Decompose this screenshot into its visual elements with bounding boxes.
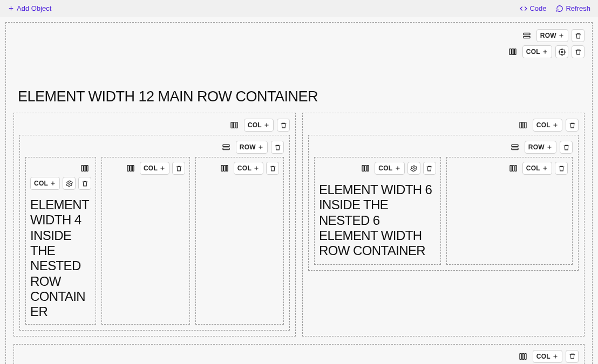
add-object-label: Add Object [17, 4, 51, 12]
svg-rect-4 [514, 49, 516, 55]
col-chip-label: COL [526, 48, 540, 56]
delete-col-button[interactable] [555, 162, 568, 175]
svg-rect-18 [221, 166, 223, 171]
delete-col-button[interactable] [277, 119, 290, 132]
svg-rect-10 [223, 148, 229, 149]
svg-rect-16 [130, 166, 132, 171]
delete-col-button[interactable] [78, 177, 91, 190]
plus-icon [263, 122, 270, 128]
svg-rect-31 [512, 166, 514, 171]
svg-rect-27 [365, 166, 366, 171]
svg-point-29 [413, 167, 414, 169]
svg-rect-0 [524, 33, 530, 35]
delete-col-button[interactable] [266, 162, 279, 175]
trash-icon [575, 32, 582, 39]
svg-rect-25 [512, 148, 518, 149]
delete-col-button[interactable] [423, 162, 436, 175]
code-label: Code [529, 4, 546, 12]
delete-col-button[interactable] [566, 350, 579, 363]
col-chip-label: COL [536, 353, 551, 360]
refresh-icon [556, 5, 563, 12]
svg-rect-33 [520, 353, 521, 359]
col-settings-button[interactable] [407, 162, 420, 175]
col-chip-label: COL [34, 180, 48, 187]
nested-col-4-text: ELEMENT WIDTH 4 INSIDE THE NESTED ROW CO… [30, 197, 91, 320]
add-col-button[interactable]: COL [533, 119, 562, 132]
refresh-label: Refresh [566, 4, 590, 12]
below-col-block: COL [13, 344, 585, 365]
add-row-button[interactable]: ROW [536, 29, 568, 42]
refresh-button[interactable]: Refresh [556, 4, 590, 12]
svg-rect-3 [512, 49, 513, 55]
columns-icon [517, 119, 529, 132]
trash-icon [563, 144, 570, 151]
add-object-button[interactable]: Add Object [8, 4, 51, 12]
columns-icon [506, 45, 519, 58]
plus-icon [542, 165, 548, 171]
add-col-button[interactable]: COL [522, 162, 552, 175]
main-heading: ELEMENT WIDTH 12 MAIN ROW CONTAINER [18, 88, 585, 105]
delete-row-button[interactable] [271, 141, 284, 154]
delete-row-button[interactable] [572, 29, 585, 42]
delete-row-button[interactable] [560, 141, 573, 154]
svg-rect-34 [522, 353, 524, 359]
plus-icon [257, 144, 264, 150]
left-col-6: COL ROW [13, 113, 296, 336]
gear-icon [559, 49, 566, 56]
toolbar-right-group: Code Refresh [520, 4, 590, 12]
code-icon [520, 5, 527, 12]
plus-icon [552, 353, 559, 360]
plus-icon [552, 122, 559, 128]
trash-icon [569, 353, 576, 360]
trash-icon [175, 165, 182, 172]
svg-rect-26 [362, 166, 364, 171]
columns-icon [228, 119, 241, 132]
add-col-button[interactable]: COL [140, 162, 169, 175]
outer-col-controls: COL [13, 45, 585, 58]
row-icon [508, 141, 521, 154]
svg-rect-22 [522, 122, 524, 128]
add-col-button[interactable]: COL [30, 177, 60, 190]
col-settings-button[interactable] [555, 45, 568, 58]
plus-icon [8, 5, 15, 12]
trash-icon [426, 165, 433, 172]
columns-icon [507, 162, 520, 175]
below-col-controls: COL [19, 350, 579, 363]
outer-row-block: ROW COL ELEMENT WIDTH 12 MAIN ROW C [5, 22, 593, 364]
svg-rect-19 [223, 166, 225, 171]
plus-icon [546, 144, 553, 150]
add-col-button[interactable]: COL [533, 350, 562, 363]
code-button[interactable]: Code [520, 4, 546, 12]
add-row-button[interactable]: ROW [236, 141, 268, 154]
nested-col-6-text: COL ELEMENT WIDTH 6 INSIDE TH [314, 157, 441, 265]
add-col-button[interactable]: COL [522, 45, 552, 58]
trash-icon [558, 165, 565, 172]
outer-row-controls: ROW [13, 29, 585, 42]
top-toolbar: Add Object Code Refresh [0, 0, 598, 17]
columns-icon [124, 162, 137, 175]
add-row-button[interactable]: ROW [525, 141, 556, 154]
plus-icon [50, 180, 56, 187]
right-col6-controls: COL [308, 119, 579, 132]
columns-icon [359, 162, 372, 175]
svg-rect-20 [226, 166, 228, 171]
row-chip-label: ROW [540, 32, 556, 39]
col-chip-label: COL [144, 164, 158, 172]
gear-icon [66, 180, 73, 187]
plus-icon [159, 165, 166, 171]
col-chip-label: COL [526, 164, 540, 172]
col-settings-button[interactable] [63, 177, 76, 190]
add-col-button[interactable]: COL [244, 119, 274, 132]
delete-col-button[interactable] [566, 119, 579, 132]
add-col-button[interactable]: COL [375, 162, 404, 175]
toolbar-left-group: Add Object [8, 4, 51, 12]
right-nested-cols: COL ELEMENT WIDTH 6 INSIDE TH [314, 157, 573, 265]
left-nested-cols: COL ELEMENT WIDTH 4 INSIDE TH [25, 157, 284, 325]
left-nested-row-controls: ROW [25, 141, 284, 154]
delete-col-button[interactable] [172, 162, 185, 175]
add-col-button[interactable]: COL [234, 162, 263, 175]
svg-rect-15 [127, 166, 129, 171]
svg-rect-2 [509, 49, 511, 55]
delete-col-button[interactable] [572, 45, 585, 58]
nested-col-4: COL ELEMENT WIDTH 4 INSIDE TH [25, 157, 96, 325]
